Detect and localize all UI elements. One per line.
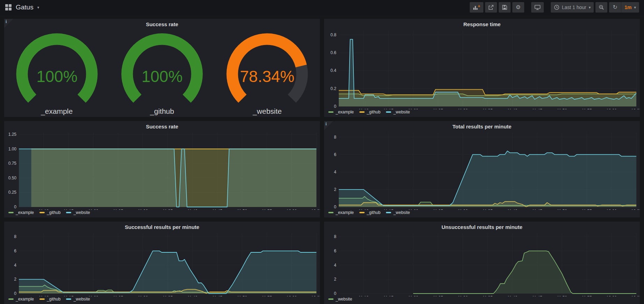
chart-plot[interactable]: 0246811:1011:1511:2011:2511:3011:3511:40… [324,130,640,210]
refresh-interval-caret-icon: ▾ [634,5,636,10]
svg-text:78.34%: 78.34% [240,67,294,86]
legend-swatch [8,212,14,213]
svg-text:12:00: 12:00 [286,209,297,210]
chart-plot[interactable]: 00.250.500.751.001.2511:1011:1511:2011:2… [4,130,320,210]
svg-text:4: 4 [14,263,16,268]
legend-item-_website[interactable]: _website [66,297,90,302]
svg-text:11:10: 11:10 [38,295,49,296]
panel-title[interactable]: Successful results per minute [4,222,320,230]
svg-text:0.50: 0.50 [8,176,17,180]
panel-unsuccessful-results: Unsuccessful results per minute 0246811:… [324,222,640,304]
save-dashboard-button[interactable] [499,2,511,13]
save-icon [502,5,507,10]
clock-icon [554,5,559,10]
gauge-label: _github [150,107,174,116]
svg-text:11:45: 11:45 [212,295,222,296]
legend-item-_example[interactable]: _example [328,110,354,114]
panel-title[interactable]: Success rate [4,19,320,28]
svg-text:0.6: 0.6 [330,50,336,55]
cycle-view-mode-button[interactable] [531,2,544,13]
svg-text:100%: 100% [36,67,78,86]
legend-item-_website[interactable]: _website [386,210,410,215]
time-range-picker-button[interactable]: Last 1 hour ▾ [551,2,594,13]
gauge-_example: 100% _example [6,33,108,116]
chart-plot[interactable]: 0246811:1011:1511:2011:2511:3011:3511:40… [324,230,640,296]
legend-item-_example[interactable]: _example [8,297,34,302]
panel-title[interactable]: Total results per minute [324,121,640,130]
svg-text:12:00: 12:00 [606,295,617,296]
panel-title[interactable]: Success rate [4,121,320,130]
svg-text:12:05: 12:05 [631,108,640,109]
svg-text:2: 2 [334,277,336,282]
zoom-out-button[interactable] [595,2,607,13]
svg-text:11:30: 11:30 [458,295,468,296]
legend-item-_website[interactable]: _website [386,110,410,114]
svg-text:12:05: 12:05 [311,295,320,296]
panel-title[interactable]: Response time [324,19,640,28]
legend-item-_website[interactable]: _website [328,297,352,302]
dashboard-settings-button[interactable]: ⚙ [512,2,524,13]
legend-item-_github[interactable]: _github [359,210,380,215]
svg-text:12:00: 12:00 [606,108,617,109]
svg-text:11:20: 11:20 [88,295,98,296]
svg-text:11:25: 11:25 [113,209,123,210]
legend-swatch [66,212,71,213]
svg-text:2: 2 [14,277,16,282]
panel-success-rate-graph: Success rate 00.250.500.751.001.2511:101… [4,121,320,217]
chart-plot[interactable]: 0246811:1011:1511:2011:2511:3011:3511:40… [4,230,320,296]
chart-plot[interactable]: 00.20.40.60.811:1011:1511:2011:2511:3011… [324,28,640,109]
legend-swatch [386,212,391,213]
refresh-button[interactable]: ↻ [609,2,621,13]
legend-swatch [359,111,365,113]
dashboards-grid-icon[interactable] [5,4,12,11]
svg-text:0.25: 0.25 [8,190,17,195]
svg-text:11:50: 11:50 [557,209,567,210]
svg-text:11:35: 11:35 [482,108,492,109]
svg-text:11:50: 11:50 [237,295,247,296]
svg-text:11:10: 11:10 [38,209,49,210]
svg-text:11:10: 11:10 [358,209,368,210]
gauge-label: _example [41,107,73,116]
dashboard-dropdown-caret-icon[interactable]: ▾ [37,5,39,10]
dashboard-grid: Success rate 100% _example 100% _github … [0,15,644,304]
legend: _example_github_website [324,109,640,117]
svg-text:11:50: 11:50 [557,108,567,109]
svg-text:8: 8 [334,234,336,239]
svg-text:11:35: 11:35 [162,295,173,296]
svg-text:12:05: 12:05 [631,209,640,210]
svg-text:6: 6 [14,249,16,253]
legend-item-_example[interactable]: _example [8,210,34,215]
svg-text:11:25: 11:25 [433,295,443,296]
legend-item-_example[interactable]: _example [328,210,354,215]
svg-text:2: 2 [334,187,336,192]
legend-item-_github[interactable]: _github [39,210,60,215]
panel-title[interactable]: Unsuccessful results per minute [324,222,640,230]
panel-info-icon[interactable]: i [4,19,13,28]
legend: _example_github_website [4,210,320,217]
svg-text:4: 4 [334,263,336,268]
refresh-interval-button[interactable]: 1m ▾ [621,2,639,13]
svg-text:11:25: 11:25 [113,295,123,296]
svg-text:12:05: 12:05 [631,295,640,296]
legend-swatch [359,212,365,213]
svg-text:11:45: 11:45 [532,108,542,109]
share-dashboard-button[interactable] [485,2,497,13]
panel-successful-results: Successful results per minute 0246811:10… [4,222,320,304]
time-range-caret-icon: ▾ [589,5,591,10]
svg-text:11:20: 11:20 [408,295,418,296]
add-panel-button[interactable]: + [470,2,483,13]
svg-text:11:20: 11:20 [88,209,98,210]
dashboard-title[interactable]: Gatus [16,3,34,11]
svg-text:6: 6 [334,152,336,157]
gauge-_website: 78.34% _website [217,33,318,116]
legend-item-_website[interactable]: _website [66,210,90,215]
svg-text:0: 0 [334,291,336,296]
legend-item-_github[interactable]: _github [359,110,380,114]
panel-total-results: Total results per minute 0246811:1011:15… [324,121,640,217]
panel-info-icon[interactable]: i [324,121,333,130]
svg-text:11:35: 11:35 [482,295,492,296]
legend-swatch [328,298,334,300]
legend-item-_github[interactable]: _github [39,297,60,302]
svg-text:11:30: 11:30 [138,209,148,210]
time-range-label: Last 1 hour [562,5,586,10]
